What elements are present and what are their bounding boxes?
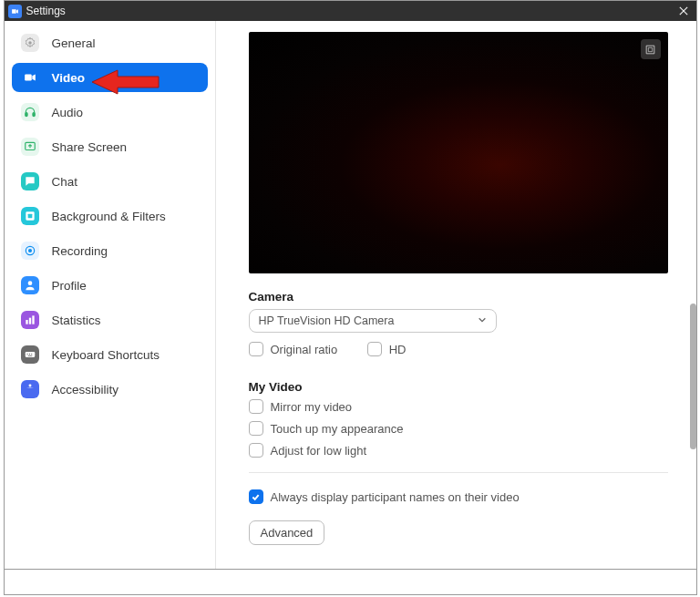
lowlight-checkbox[interactable] xyxy=(249,443,263,458)
sidebar-item-audio[interactable]: Audio xyxy=(12,98,208,127)
rotate-camera-button[interactable] xyxy=(641,39,661,59)
svg-rect-1 xyxy=(25,75,32,81)
hd-label: HD xyxy=(389,343,407,356)
statistics-icon xyxy=(21,311,39,329)
divider xyxy=(249,472,668,473)
svg-rect-2 xyxy=(25,113,26,117)
video-icon xyxy=(21,68,39,87)
mirror-row: Mirror my video xyxy=(249,399,682,414)
original-ratio-row: Original ratio xyxy=(249,342,338,356)
chat-icon xyxy=(21,172,39,190)
camera-section: Camera HP TrueVision HD Camera Original … xyxy=(249,290,682,364)
sidebar-item-video[interactable]: Video xyxy=(12,63,208,92)
mirror-label: Mirror my video xyxy=(271,400,353,414)
sidebar-item-label: Recording xyxy=(52,244,108,258)
svg-point-18 xyxy=(28,384,31,386)
camera-label: Camera xyxy=(249,290,682,304)
sidebar-item-label: Chat xyxy=(52,175,78,189)
svg-rect-3 xyxy=(32,113,34,117)
gear-icon xyxy=(21,34,39,52)
sidebar-item-keyboard-shortcuts[interactable]: Keyboard Shortcuts xyxy=(12,340,208,369)
app-icon xyxy=(8,5,22,18)
touchup-row: Touch up my appearance xyxy=(249,421,682,436)
sidebar-item-label: Keyboard Shortcuts xyxy=(52,348,160,362)
svg-rect-10 xyxy=(26,320,27,324)
profile-icon xyxy=(21,276,39,294)
always-names-checkbox[interactable] xyxy=(249,489,263,504)
camera-dropdown[interactable]: HP TrueVision HD Camera xyxy=(249,309,497,333)
sidebar-item-recording[interactable]: Recording xyxy=(12,236,208,265)
scrollbar-thumb[interactable] xyxy=(690,304,696,449)
svg-point-9 xyxy=(27,281,32,285)
sidebar-item-general[interactable]: General xyxy=(12,28,208,57)
hd-row: HD xyxy=(367,342,407,356)
sidebar-item-label: Share Screen xyxy=(52,140,128,154)
sidebar-item-profile[interactable]: Profile xyxy=(12,271,208,300)
my-video-label: My Video xyxy=(249,380,682,394)
svg-point-0 xyxy=(28,41,32,45)
share-screen-icon xyxy=(21,138,39,156)
my-video-section: My Video Mirror my video Touch up my app… xyxy=(249,380,682,458)
sidebar: General Video Audio Share Screen xyxy=(5,21,216,569)
keyboard-icon xyxy=(21,345,39,364)
original-ratio-label: Original ratio xyxy=(271,343,338,356)
always-names-row: Always display participant names on thei… xyxy=(249,489,682,504)
background-icon xyxy=(21,207,39,225)
sidebar-item-statistics[interactable]: Statistics xyxy=(12,305,208,335)
sidebar-item-label: Statistics xyxy=(52,314,101,327)
sidebar-item-background-filters[interactable]: Background & Filters xyxy=(12,201,208,231)
mirror-checkbox[interactable] xyxy=(249,399,263,414)
touchup-checkbox[interactable] xyxy=(249,421,263,436)
svg-rect-6 xyxy=(27,214,32,219)
svg-rect-17 xyxy=(27,355,32,356)
close-button[interactable] xyxy=(671,1,696,21)
window-title: Settings xyxy=(26,5,671,17)
accessibility-icon xyxy=(21,380,39,398)
camera-selected: HP TrueVision HD Camera xyxy=(259,314,395,327)
sidebar-item-label: Profile xyxy=(52,279,87,293)
svg-rect-13 xyxy=(25,352,35,357)
record-icon xyxy=(21,242,39,260)
svg-point-15 xyxy=(28,354,29,355)
svg-rect-11 xyxy=(28,318,30,324)
chevron-down-icon xyxy=(478,314,487,327)
outer-frame-bottom xyxy=(4,570,697,595)
always-names-label: Always display participant names on thei… xyxy=(271,490,520,504)
sidebar-item-label: Video xyxy=(52,71,86,85)
svg-point-16 xyxy=(31,354,32,355)
lowlight-label: Adjust for low light xyxy=(271,444,367,458)
hd-checkbox[interactable] xyxy=(367,342,382,356)
titlebar: Settings xyxy=(5,1,696,21)
advanced-button[interactable]: Advanced xyxy=(249,520,325,545)
settings-window: Settings General Video xyxy=(4,0,697,570)
lowlight-row: Adjust for low light xyxy=(249,443,682,458)
original-ratio-checkbox[interactable] xyxy=(249,342,263,356)
sidebar-item-label: Audio xyxy=(52,106,84,119)
video-preview xyxy=(249,32,668,273)
sidebar-item-share-screen[interactable]: Share Screen xyxy=(12,132,208,161)
svg-point-14 xyxy=(26,354,27,355)
svg-rect-12 xyxy=(32,315,34,324)
sidebar-item-label: General xyxy=(52,36,96,50)
sidebar-item-label: Accessibility xyxy=(52,383,119,396)
sidebar-item-accessibility[interactable]: Accessibility xyxy=(12,375,208,404)
svg-point-8 xyxy=(27,249,31,252)
content-pane: Camera HP TrueVision HD Camera Original … xyxy=(216,21,696,569)
touchup-label: Touch up my appearance xyxy=(271,422,404,436)
sidebar-item-label: Background & Filters xyxy=(52,210,166,223)
sidebar-item-chat[interactable]: Chat xyxy=(12,167,208,196)
headphones-icon xyxy=(21,103,39,121)
